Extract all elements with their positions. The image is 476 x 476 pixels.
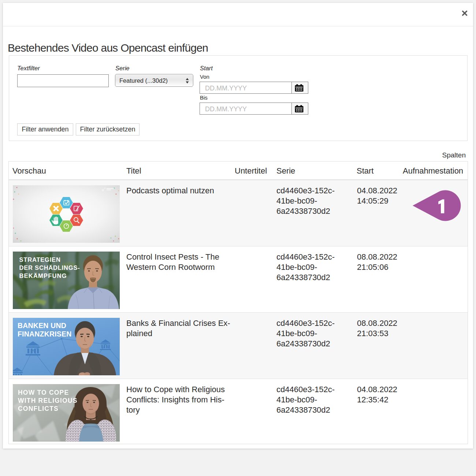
svg-text:HOW TO COPE: HOW TO COPE [18, 389, 69, 396]
svg-text:FINANZKRISEN: FINANZKRISEN [18, 330, 72, 338]
svg-text:u: u [102, 187, 104, 192]
svg-text:CONFLICTS: CONFLICTS [18, 405, 59, 412]
svg-text:b: b [104, 187, 105, 189]
svg-text:BANKEN UND: BANKEN UND [18, 321, 66, 330]
svg-text:STRATEGIEN: STRATEGIEN [19, 256, 61, 263]
svg-text:BEKÄMPFUNG: BEKÄMPFUNG [19, 272, 67, 279]
svg-text:DER SCHÄDLINGS-: DER SCHÄDLINGS- [19, 264, 80, 271]
svg-text:WITH RELIGIOUS: WITH RELIGIOUS [18, 397, 78, 404]
